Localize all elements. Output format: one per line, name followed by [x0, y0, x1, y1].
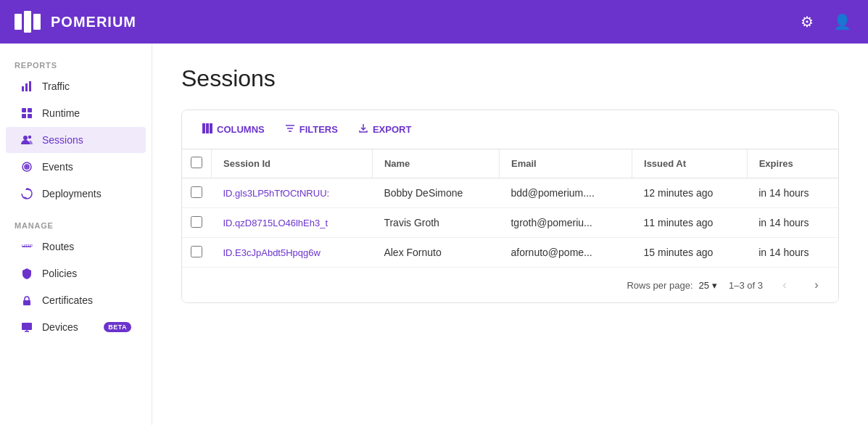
main-layout: REPORTS Traffic Runtime Sessions Events	[0, 44, 868, 425]
row-checkbox-cell[interactable]	[182, 178, 212, 208]
select-all-cell[interactable]	[182, 149, 212, 178]
rows-per-page-label: Rows per page:	[627, 280, 693, 291]
col-name: Name	[372, 149, 499, 178]
rows-per-page: Rows per page: 25 ▾	[627, 280, 717, 291]
export-icon	[358, 123, 368, 136]
select-all-checkbox[interactable]	[191, 157, 202, 168]
radio-icon	[20, 160, 33, 173]
policies-label: Policies	[42, 268, 131, 279]
main-content: Sessions COLUMNS FILTERS	[152, 44, 868, 425]
beta-badge: BETA	[104, 322, 131, 332]
session-id-link[interactable]: ID.gls3LP5hTfOCtNRUU:	[223, 188, 330, 199]
svg-rect-5	[29, 81, 31, 91]
columns-icon	[202, 123, 212, 136]
sidebar-item-devices[interactable]: Devices BETA	[6, 314, 146, 340]
table-toolbar: COLUMNS FILTERS EXPORT	[182, 110, 838, 149]
svg-rect-8	[22, 114, 26, 118]
logo-icon	[15, 11, 44, 33]
table-header-row: Session Id Name Email Issued At Expires	[182, 149, 838, 178]
cell-session-id: ID.qzD8715LO46lhEh3_t	[212, 208, 373, 238]
page-range: 1–3 of 3	[729, 280, 763, 291]
bar-chart-icon	[20, 80, 33, 93]
cell-expires: in 14 hours	[747, 238, 838, 268]
row-checkbox[interactable]	[191, 186, 202, 198]
svg-point-12	[25, 165, 28, 168]
per-page-value: 25	[699, 280, 709, 291]
sidebar-item-events[interactable]: Events	[6, 154, 146, 180]
logo: POMERIUM	[15, 11, 136, 33]
columns-button[interactable]: COLUMNS	[194, 119, 273, 140]
svg-rect-18	[202, 123, 205, 133]
traffic-label: Traffic	[42, 81, 131, 92]
table-row: ID.E3cJpAbdt5Hpqg6w Alex Fornuto afornut…	[182, 238, 838, 268]
cell-issued-at: 11 minutes ago	[632, 208, 748, 238]
svg-rect-3	[22, 86, 24, 91]
filters-icon	[285, 123, 295, 136]
sidebar-item-runtime[interactable]: Runtime	[6, 100, 146, 126]
sidebar-item-deployments[interactable]: Deployments	[6, 181, 146, 207]
settings-button[interactable]: ⚙	[795, 10, 819, 33]
routes-label: Routes	[42, 241, 131, 252]
pagination: Rows per page: 25 ▾ 1–3 of 3 ‹ ›	[182, 267, 838, 302]
deployments-icon	[20, 187, 33, 200]
row-checkbox[interactable]	[191, 246, 202, 257]
svg-rect-0	[15, 14, 22, 30]
table-row: ID.gls3LP5hTfOCtNRUU: Bobby DeSimone bdd…	[182, 178, 838, 208]
sidebar-item-routes[interactable]: HTTP Routes	[6, 234, 146, 260]
page-title: Sessions	[181, 65, 839, 92]
sidebar-item-policies[interactable]: Policies	[6, 260, 146, 286]
svg-rect-16	[23, 300, 30, 305]
prev-page-button[interactable]: ‹	[774, 275, 795, 295]
session-id-link[interactable]: ID.qzD8715LO46lhEh3_t	[223, 218, 328, 228]
export-button[interactable]: EXPORT	[350, 119, 420, 140]
col-expires: Expires	[747, 149, 838, 178]
row-checkbox-cell[interactable]	[182, 208, 212, 238]
events-label: Events	[42, 161, 131, 173]
sessions-table-card: COLUMNS FILTERS EXPORT	[181, 110, 839, 303]
account-button[interactable]: 👤	[830, 10, 853, 33]
filters-button[interactable]: FILTERS	[276, 119, 347, 140]
svg-rect-17	[22, 323, 32, 330]
deployments-label: Deployments	[42, 188, 131, 199]
columns-label: COLUMNS	[217, 124, 265, 135]
certificates-label: Certificates	[42, 294, 131, 306]
session-id-link[interactable]: ID.E3cJpAbdt5Hpqg6w	[223, 247, 321, 258]
reports-section-label: REPORTS	[0, 55, 152, 73]
cell-issued-at: 15 minutes ago	[632, 238, 748, 268]
chevron-down-icon: ▾	[712, 280, 717, 291]
per-page-select[interactable]: 25 ▾	[699, 280, 717, 291]
svg-rect-9	[28, 114, 32, 118]
svg-rect-1	[24, 11, 31, 33]
cell-expires: in 14 hours	[747, 208, 838, 238]
cell-name: Travis Groth	[372, 208, 499, 238]
cell-name: Alex Fornuto	[372, 238, 499, 268]
header-actions: ⚙ 👤	[795, 10, 853, 33]
lock-icon	[20, 294, 33, 307]
app-header: POMERIUM ⚙ 👤	[0, 0, 868, 44]
sidebar-item-sessions[interactable]: Sessions	[6, 127, 146, 153]
monitor-icon	[20, 321, 33, 334]
grid-icon	[20, 107, 33, 120]
sidebar-item-certificates[interactable]: Certificates	[6, 287, 146, 313]
cell-email: afornuto@pome...	[499, 238, 632, 268]
sessions-table: Session Id Name Email Issued At Expires …	[182, 149, 838, 267]
row-checkbox-cell[interactable]	[182, 238, 212, 268]
sidebar-item-traffic[interactable]: Traffic	[6, 73, 146, 99]
cell-session-id: ID.gls3LP5hTfOCtNRUU:	[212, 178, 373, 208]
svg-rect-4	[25, 83, 28, 91]
sidebar: REPORTS Traffic Runtime Sessions Events	[0, 44, 152, 425]
cell-session-id: ID.E3cJpAbdt5Hpqg6w	[212, 238, 373, 268]
col-session-id: Session Id	[212, 149, 373, 178]
next-page-button[interactable]: ›	[806, 275, 827, 295]
svg-text:HTTP: HTTP	[22, 244, 33, 248]
svg-rect-6	[22, 108, 26, 112]
svg-point-10	[23, 136, 28, 140]
svg-rect-20	[210, 123, 212, 133]
cell-email: bdd@pomerium....	[499, 178, 632, 208]
cell-expires: in 14 hours	[747, 178, 838, 208]
export-label: EXPORT	[373, 124, 411, 135]
col-email: Email	[499, 149, 632, 178]
svg-point-11	[28, 136, 31, 139]
sessions-label: Sessions	[42, 134, 131, 146]
row-checkbox[interactable]	[191, 216, 202, 228]
